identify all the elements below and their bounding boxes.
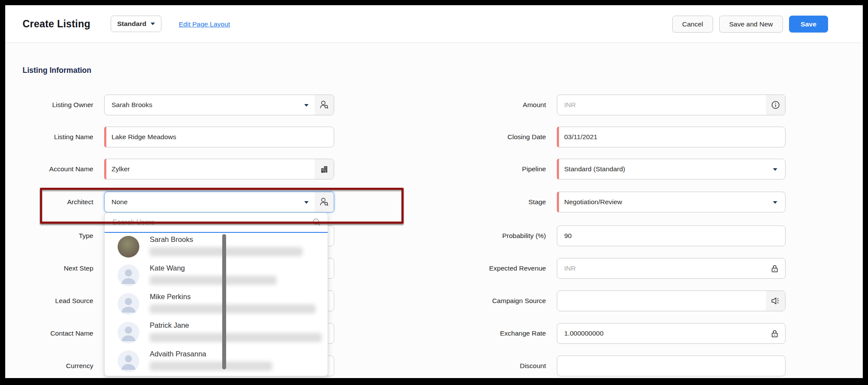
user-name: Patrick Jane (150, 321, 189, 330)
field-row-pipeline: PipelineStandard (Standard) (5, 159, 863, 179)
blurred-email (150, 333, 322, 342)
discount-label: Discount (439, 356, 546, 376)
lock-icon (770, 323, 779, 344)
blurred-email (150, 362, 272, 371)
layout-selector[interactable]: Standard (111, 16, 161, 32)
closing-date-input[interactable]: 03/11/2021 (557, 127, 786, 147)
dropdown-scrollbar[interactable] (222, 234, 226, 369)
header: Create Listing Standard Edit Page Layout… (5, 5, 863, 43)
user-option-mike-perkins[interactable]: Mike Perkins (105, 290, 328, 319)
exchange-rate-label: Exchange Rate (439, 323, 546, 344)
person-avatar-icon (118, 264, 139, 286)
chevron-down-icon[interactable] (773, 201, 777, 204)
amount-input[interactable]: INR (557, 95, 786, 115)
closing-date-label: Closing Date (439, 127, 546, 147)
section-title: Listing Information (23, 66, 91, 75)
amount-label: Amount (439, 95, 546, 115)
user-name: Kate Wang (150, 264, 185, 272)
expected-revenue-input[interactable]: INR (557, 258, 786, 279)
closing-date-value: 03/11/2021 (564, 127, 597, 147)
info-icon[interactable] (766, 95, 785, 115)
person-avatar-icon (118, 350, 139, 372)
person-avatar-icon (118, 322, 139, 343)
blurred-email (150, 304, 316, 313)
exchange-rate-value: 1.000000000 (564, 323, 604, 343)
edit-page-layout-link[interactable]: Edit Page Layout (179, 5, 230, 42)
probability-label: Probability (%) (439, 225, 546, 246)
pipeline-input[interactable]: Standard (Standard) (557, 159, 786, 179)
stage-input[interactable]: Negotiation/Review (557, 192, 786, 212)
user-option-kate-wang[interactable]: Kate Wang (105, 261, 328, 290)
probability-value: 90 (564, 226, 572, 246)
user-lookup-dropdown: Sarah BrooksKate WangMike PerkinsPatrick… (104, 212, 328, 376)
megaphone-icon[interactable] (766, 291, 785, 311)
field-row-stage: StageNegotiation/Review (5, 192, 863, 212)
blurred-email (150, 276, 276, 285)
layout-selector-label: Standard (117, 20, 146, 28)
field-row-closing-date: Closing Date03/11/2021 (5, 127, 863, 147)
expected-revenue-label: Expected Revenue (439, 258, 546, 279)
user-option-sarah-brooks[interactable]: Sarah Brooks (105, 233, 328, 261)
user-option-advaith-prasanna[interactable]: Advaith Prasanna (105, 347, 328, 376)
amount-placeholder: INR (564, 95, 576, 115)
campaign-source-input[interactable] (557, 290, 786, 311)
app-window: Create Listing Standard Edit Page Layout… (5, 5, 863, 378)
chevron-down-icon (151, 23, 155, 25)
save-button[interactable]: Save (789, 16, 828, 33)
cancel-button[interactable]: Cancel (672, 16, 713, 33)
campaign-source-label: Campaign Source (439, 290, 546, 311)
lock-icon (770, 258, 779, 279)
user-name: Sarah Brooks (150, 235, 193, 244)
save-and-new-button[interactable]: Save and New (719, 16, 783, 33)
stage-value: Negotiation/Review (564, 192, 622, 212)
person-avatar-icon (118, 293, 139, 315)
user-name: Mike Perkins (150, 293, 191, 301)
header-actions: Cancel Save and New Save (672, 16, 828, 33)
exchange-rate-input[interactable]: 1.000000000 (557, 323, 786, 344)
field-row-amount: AmountINR (5, 95, 863, 115)
pipeline-label: Pipeline (439, 159, 546, 179)
user-option-patrick-jane[interactable]: Patrick Jane (105, 319, 328, 347)
discount-input[interactable] (557, 356, 786, 376)
chevron-down-icon[interactable] (773, 168, 777, 171)
user-photo-avatar (118, 236, 139, 258)
search-users-input[interactable] (112, 215, 304, 230)
expected-revenue-placeholder: INR (564, 258, 576, 278)
probability-input[interactable]: 90 (557, 225, 786, 246)
pipeline-value: Standard (Standard) (564, 159, 625, 179)
user-name: Advaith Prasanna (150, 350, 206, 358)
page-title: Create Listing (23, 5, 90, 42)
blurred-email (150, 247, 302, 256)
user-search-row (105, 213, 328, 233)
search-icon (312, 218, 322, 227)
stage-label: Stage (439, 192, 546, 212)
user-list: Sarah BrooksKate WangMike PerkinsPatrick… (105, 233, 328, 376)
